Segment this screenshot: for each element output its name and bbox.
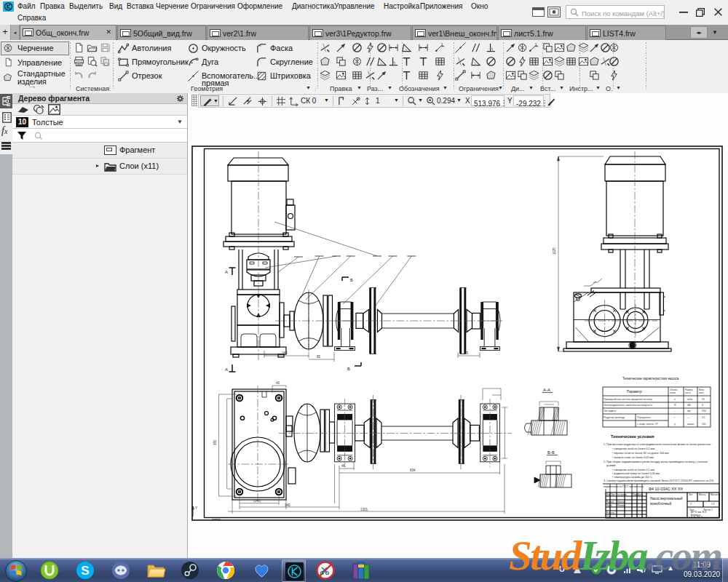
svg-text:№ докум.: № докум.: [617, 493, 628, 496]
svg-text:S: S: [81, 564, 89, 578]
svg-text:Масса: Масса: [699, 493, 705, 496]
svg-text:А-А: А-А: [543, 388, 550, 392]
svg-text:• смещение осей не более 0,2 м: • смещение осей не более 0,2 мм;: [612, 447, 655, 450]
svg-text:подшипников по ГОСТ при монтаж: подшипников по ГОСТ при монтаже.: [604, 485, 644, 488]
svg-text:η: η: [674, 423, 676, 426]
svg-text:Каф. РК-4: Каф. РК-4: [691, 516, 703, 519]
svg-text:35: 35: [702, 398, 705, 401]
svg-text:Пров.: Пров.: [606, 504, 612, 507]
svg-text:Передаточн: Передаточн: [637, 416, 651, 419]
svg-text:Насос вертикальный: Насос вертикальный: [650, 496, 683, 501]
svg-text:Утв.: Утв.: [606, 515, 611, 518]
svg-text:110: 110: [702, 423, 706, 426]
svg-text:Приводной вал частота вращения: Приводной вал частота вращения по валу: [604, 398, 652, 401]
svg-text:75: 75: [464, 351, 469, 355]
svg-text:Н.контр.: Н.контр.: [606, 511, 615, 514]
svg-text:ность: ность: [685, 391, 691, 394]
svg-text:моноблочный: моноблочный: [650, 501, 672, 506]
svg-text:Электродвигатель номинальная м: Электродвигатель номинальная мощность: [604, 404, 653, 407]
svg-text:180: 180: [282, 351, 288, 355]
svg-text:1125: 1125: [553, 247, 556, 255]
svg-text:• зазор в стыке не более 0,05: • зазор в стыке не более 0,05 мм.: [612, 456, 654, 459]
svg-text:• температура нагрева до 110 С: • температура нагрева до 110 С.: [612, 476, 653, 479]
svg-text:40: 40: [276, 381, 280, 385]
svg-text:1301: 1301: [360, 508, 368, 511]
svg-text:чина: чина: [699, 391, 704, 394]
svg-text:3: 3: [702, 404, 703, 407]
svg-text:с коэф. полезн. 97: с коэф. полезн. 97: [637, 423, 658, 426]
svg-text:• радиальный зазор не более 0,: • радиальный зазор не более 0,04 мм;: [612, 472, 660, 475]
svg-text:А: А: [225, 367, 228, 372]
svg-text:340: 340: [285, 503, 290, 507]
svg-text:Лит.: Лит.: [689, 493, 693, 496]
svg-text:Петров: Петров: [617, 504, 625, 507]
svg-text:Б: Б: [350, 278, 353, 282]
svg-text:Разраб.: Разраб.: [606, 501, 614, 503]
svg-text:(141): (141): [253, 499, 261, 503]
svg-text:об/м: об/м: [687, 398, 693, 401]
svg-text:Технические условия: Технические условия: [611, 434, 654, 439]
svg-text:380: 380: [213, 439, 217, 445]
svg-text:1:2: 1:2: [711, 503, 715, 506]
svg-text:n: n: [674, 398, 676, 401]
svg-text:А: А: [225, 270, 228, 274]
svg-text:Иванов: Иванов: [617, 501, 625, 503]
svg-text:Дата: Дата: [638, 493, 643, 496]
svg-text:Б: Б: [347, 367, 350, 371]
svg-text:вашат: вашат: [687, 423, 695, 426]
svg-text:• смещение осей не более 0,1 м: • смещение осей не более 0,1 мм;: [612, 469, 655, 471]
svg-text:кВт: кВт: [687, 404, 692, 407]
svg-text:Параметр: Параметр: [627, 390, 642, 394]
svg-text:мм: мм: [687, 410, 691, 412]
svg-text:85: 85: [317, 355, 321, 359]
svg-text:Ф4 10-03АС ХХ ХХ: Ф4 10-03АС ХХ ХХ: [649, 487, 684, 491]
svg-text:834: 834: [410, 469, 416, 472]
svg-text:Изм: Изм: [606, 493, 611, 496]
svg-text:Б-Б: Б-Б: [547, 450, 555, 455]
svg-text:усилий:: усилий:: [606, 464, 616, 467]
svg-text:3.1: 3.1: [702, 416, 705, 419]
svg-text:чение: чение: [670, 391, 676, 394]
svg-text:48: 48: [341, 464, 346, 468]
svg-text:2. При сборке подшипниковых уз: 2. При сборке подшипниковых узлов посадк…: [604, 461, 708, 463]
svg-text:Лист: Лист: [611, 493, 616, 496]
svg-text:1. При монтаже редуктора и эле: 1. При монтаже редуктора и электродвигат…: [604, 443, 711, 446]
svg-text:3. Смазку подшипников производ: 3. Смазку подшипников производить смазко…: [604, 479, 714, 482]
svg-text:Тип муфты: Тип муфты: [604, 410, 617, 412]
svg-text:Масштаб: Масштаб: [711, 493, 720, 496]
svg-text:У: У: [690, 503, 692, 506]
svg-text:Технические характеристики нас: Технические характеристики насоса: [622, 377, 679, 380]
svg-text:--: --: [674, 410, 676, 412]
svg-text:Редуктор цилиндр.: Редуктор цилиндр.: [604, 416, 625, 419]
svg-text:• перекос осей не более 30′ на: • перекос осей не более 30′ на длине 100…: [612, 452, 669, 455]
svg-text:250: 250: [702, 410, 706, 412]
